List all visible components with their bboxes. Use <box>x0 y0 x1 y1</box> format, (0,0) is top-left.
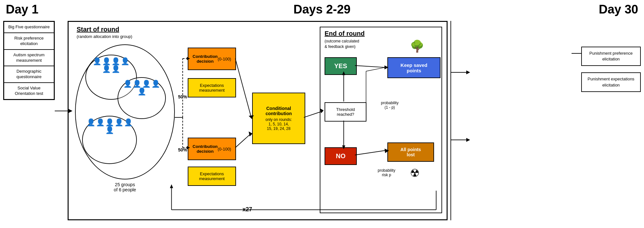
start-round-title: Start of round <box>77 26 119 33</box>
contribution-box-bot: Contributiondecision (0-100) <box>188 138 236 160</box>
contribution-box-top: Contributiondecision (0-100) <box>188 48 236 70</box>
expectations-box-top: Expectationsmeasurement <box>188 78 236 97</box>
end-round-title: End of round <box>325 30 365 37</box>
keep-saved-box: Keep savedpoints <box>387 57 440 78</box>
day1-column: Big Five questionnaire Risk preference e… <box>3 21 55 100</box>
svg-line-9 <box>235 133 251 148</box>
cond-contrib-body: only on rounds:1, 5, 10, 14,15, 19, 24, … <box>265 117 292 131</box>
ellipse-container: 👤 👤 👤 👤 👤 👤 👤 👤 👤 👤 � <box>73 44 176 192</box>
day30-arrows-svg <box>448 21 486 220</box>
day30-item-punishment-pref: Punishment preference elicitation <box>581 47 641 66</box>
start-round-subtitle: (random allocation into group) <box>77 34 132 39</box>
pct-top-label: 50% <box>178 94 187 99</box>
expectations-box-bot: Expectationsmeasurement <box>188 167 236 186</box>
svg-marker-33 <box>466 70 470 74</box>
no-box: NO <box>325 147 357 165</box>
day30-label: Day 30 <box>599 3 638 16</box>
probability-1p-label: probability(1 - p) <box>381 101 399 110</box>
conditional-contribution-box: Conditionalcontribution only on rounds:1… <box>252 93 305 144</box>
radiation-icon: ☢ <box>410 167 420 179</box>
ellipse-outer: 👤 👤 👤 👤 👤 👤 👤 👤 👤 👤 � <box>75 44 175 179</box>
main-days-box: Start of round (random allocation into g… <box>68 21 448 220</box>
yes-box: YES <box>325 57 357 75</box>
end-round-subtitle: (outcome calculated& feedback given) <box>325 39 389 50</box>
svg-marker-35 <box>466 138 470 142</box>
pct-bot-label: 50% <box>178 147 187 152</box>
day30-item-punishment-expect: Punishment expectations elicitation <box>581 72 641 92</box>
group-circle-3: 👤 👤 👤 👤 👤 👤 <box>82 116 137 164</box>
day1-item-risk: Risk preference elicitation <box>4 33 54 50</box>
day1-item-demographic: Demographic questionnaire <box>4 66 54 83</box>
tree-icon: 🌳 <box>410 40 424 53</box>
group-circle-2: 👤 👤 👤 👤 👤 <box>118 77 166 119</box>
day1-label: Day 1 <box>6 3 38 16</box>
svg-line-7 <box>235 59 251 117</box>
cond-contrib-title: Conditionalcontribution <box>266 106 292 116</box>
x27-label: x27 <box>242 206 252 213</box>
day30-column: Punishment preference elicitation Punish… <box>581 21 641 98</box>
day1-arrow-svg <box>55 106 72 116</box>
all-points-lost-box: All pointslost <box>387 142 434 162</box>
threshold-box: Thresholdreached? <box>325 102 366 122</box>
day1-item-svo: Social Value Orientation test <box>4 83 54 99</box>
day1-item-autism: Autism spectrum measurement <box>4 50 54 66</box>
days2-29-label: Days 2-29 <box>293 3 350 16</box>
groups-label: 25 groupsof 6 people <box>73 182 176 192</box>
day1-item-bigfive: Big Five questionnaire <box>4 22 54 33</box>
svg-marker-30 <box>69 109 72 113</box>
probability-riskp-label: probabilityrisk p <box>378 168 395 177</box>
